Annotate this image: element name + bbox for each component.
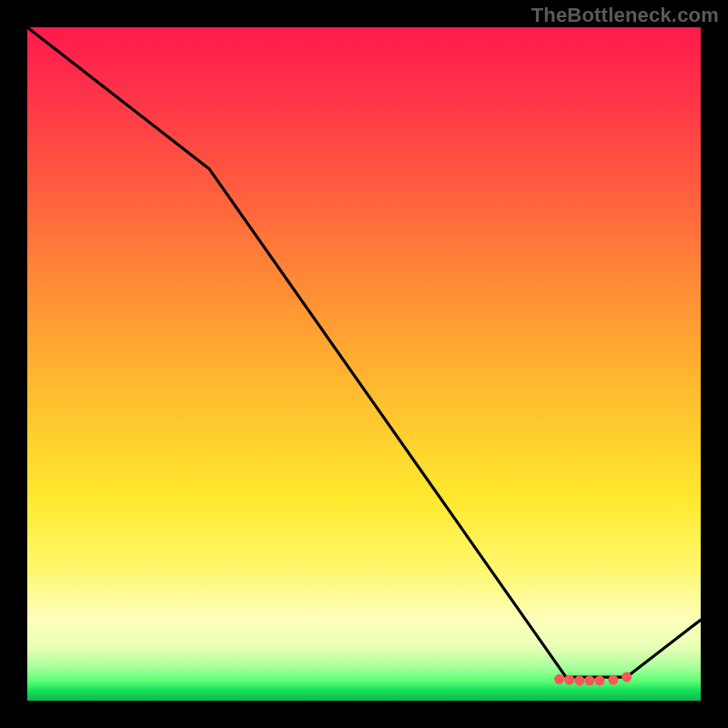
attribution-label: TheBottleneck.com — [531, 4, 719, 27]
valley-marker — [595, 675, 605, 685]
valley-markers — [554, 672, 632, 686]
plot-area — [27, 27, 701, 701]
valley-marker — [574, 675, 584, 685]
valley-marker — [608, 675, 618, 685]
valley-marker — [584, 675, 594, 685]
chart-overlay — [27, 27, 701, 701]
curve-line — [27, 27, 701, 677]
valley-marker — [622, 672, 632, 682]
chart-frame: TheBottleneck.com — [0, 0, 728, 728]
valley-marker — [564, 675, 574, 685]
valley-marker — [554, 674, 564, 684]
